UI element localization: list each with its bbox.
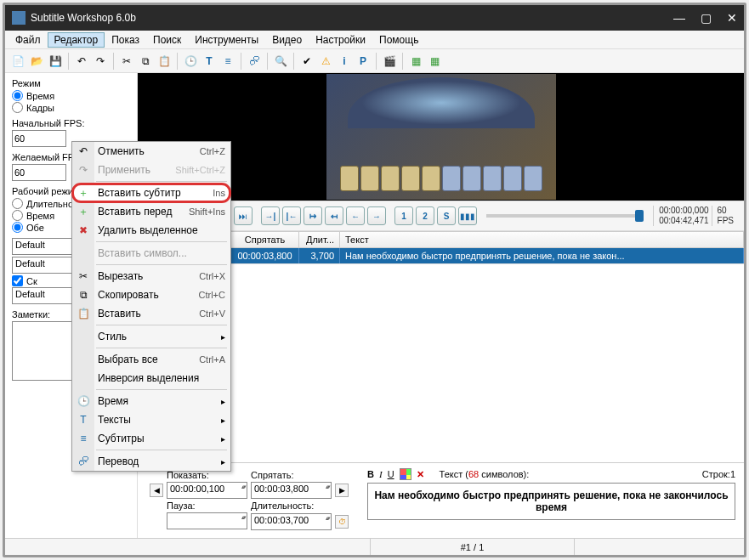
- bottom-editor: Показать: Спрятать: ◀ 00:00:00,100 00:00…: [138, 462, 744, 538]
- set-start-button[interactable]: →|: [261, 206, 280, 225]
- p-icon[interactable]: P: [355, 54, 371, 69]
- clock-button[interactable]: ⏱: [335, 515, 349, 529]
- mode-time-radio[interactable]: Время: [12, 90, 130, 101]
- separator: [177, 53, 178, 70]
- bold-button[interactable]: B: [367, 469, 374, 479]
- app-icon: [12, 11, 26, 25]
- duration-input[interactable]: 00:00:03,700: [251, 513, 332, 530]
- menu-editor[interactable]: Редактор: [48, 32, 105, 48]
- new-icon[interactable]: 📄: [10, 54, 26, 69]
- body-area: Режим Время Кадры Начальный FPS: Желаемы…: [5, 73, 744, 538]
- volume-button[interactable]: ▮▮▮: [458, 206, 477, 225]
- italic-button[interactable]: I: [379, 469, 383, 479]
- mode-label: Режим: [12, 78, 130, 88]
- paste-icon[interactable]: 📋: [156, 54, 172, 69]
- fps-display: 60 FPS: [712, 206, 739, 226]
- pause-label: Пауза:: [167, 501, 196, 511]
- menu-item[interactable]: ＋Вставить субтитрIns: [72, 184, 230, 202]
- translate-icon[interactable]: 🗪: [247, 54, 262, 69]
- separator: [267, 53, 268, 70]
- menu-tools[interactable]: Инструменты: [188, 32, 265, 48]
- clear-fmt-button[interactable]: ✕: [417, 469, 424, 480]
- cut-icon[interactable]: ✂: [119, 54, 134, 69]
- menubar: Файл Редактор Показ Поиск Инструменты Ви…: [5, 31, 744, 49]
- menu-item[interactable]: 📋ВставитьCtrl+V: [72, 304, 230, 323]
- show-time-input[interactable]: 00:00:00,100: [167, 482, 247, 499]
- menu-settings[interactable]: Настройки: [309, 32, 372, 48]
- subtitle-text-input[interactable]: Нам необходимо быстро предпринять решени…: [367, 483, 735, 520]
- jump-back-button[interactable]: ←: [346, 206, 365, 225]
- search-icon[interactable]: 🔍: [273, 54, 288, 69]
- menu-video[interactable]: Видео: [265, 32, 309, 48]
- menu-item[interactable]: ✖Удалить выделенное: [72, 221, 230, 240]
- menu-item[interactable]: 🗪Перевод▸: [72, 452, 230, 471]
- editor-menu-dropdown: ↶ОтменитьCtrl+Z↷ПрименитьShift+Ctrl+Z＋Вс…: [71, 141, 231, 472]
- menu-item[interactable]: Выбрать всеCtrl+A: [72, 350, 230, 369]
- menu-search[interactable]: Поиск: [146, 32, 188, 48]
- toggle1-icon[interactable]: ▦: [408, 54, 423, 69]
- warning-icon[interactable]: ⚠: [318, 54, 333, 69]
- menu-item[interactable]: ⧉СкопироватьCtrl+C: [72, 286, 230, 304]
- s-button[interactable]: S: [437, 206, 456, 225]
- sub-icon[interactable]: ≡: [220, 54, 235, 69]
- menu-file[interactable]: Файл: [9, 32, 48, 48]
- statusbar: #1 / 1: [5, 538, 744, 555]
- color-button[interactable]: [400, 468, 411, 480]
- save-icon[interactable]: 💾: [48, 54, 63, 69]
- minimize-button[interactable]: —: [673, 11, 685, 25]
- separator: [241, 53, 241, 70]
- menu-item[interactable]: 🕒Время▸: [72, 392, 230, 410]
- redo-icon[interactable]: ↷: [93, 54, 108, 69]
- spellcheck-icon[interactable]: ✔: [299, 54, 315, 69]
- copy-icon[interactable]: ⧉: [138, 54, 153, 69]
- time-icon[interactable]: 🕒: [183, 54, 198, 69]
- separator: [402, 53, 403, 70]
- menu-item[interactable]: Стиль▸: [72, 327, 230, 346]
- mode-frames-radio[interactable]: Кадры: [12, 102, 130, 113]
- open-icon[interactable]: 📂: [29, 54, 44, 69]
- menu-view[interactable]: Показ: [105, 32, 146, 48]
- menu-item[interactable]: ✂ВырезатьCtrl+X: [72, 267, 230, 286]
- separator: [376, 53, 377, 70]
- menu-item: ↷ПрименитьShift+Ctrl+Z: [72, 161, 230, 179]
- toggle2-icon[interactable]: ▦: [427, 54, 442, 69]
- prev-sub-button[interactable]: ◀: [150, 484, 163, 497]
- info-icon[interactable]: i: [337, 54, 352, 69]
- close-button[interactable]: ✕: [727, 11, 737, 25]
- set-end-button[interactable]: |←: [282, 206, 301, 225]
- col-hide[interactable]: Спрятать: [231, 232, 299, 247]
- undo-icon[interactable]: ↶: [74, 54, 89, 69]
- target-fps-input[interactable]: [12, 164, 66, 181]
- menu-item[interactable]: TТексты▸: [72, 410, 230, 429]
- col-text[interactable]: Текст: [340, 232, 744, 247]
- jump-fwd-button[interactable]: →: [367, 206, 386, 225]
- pause-input[interactable]: [167, 512, 247, 529]
- mark-out-button[interactable]: ↤: [325, 206, 343, 225]
- menu-item[interactable]: ＋Вставить передShift+Ins: [72, 202, 230, 221]
- titlebar: Subtitle Workshop 6.0b — ▢ ✕: [5, 5, 744, 31]
- one-button[interactable]: 1: [394, 206, 413, 225]
- menu-item[interactable]: ↶ОтменитьCtrl+Z: [72, 142, 230, 161]
- menu-item[interactable]: ≡Субтитры▸: [72, 429, 230, 448]
- separator: [113, 53, 114, 70]
- movie-icon[interactable]: 🎬: [382, 54, 397, 69]
- status-counter: #1 / 1: [370, 539, 574, 555]
- toolbar: 📄 📂 💾 ↶ ↷ ✂ ⧉ 📋 🕒 T ≡ 🗪 🔍 ✔ ⚠ i P 🎬 ▦ ▦: [5, 49, 744, 73]
- start-fps-input[interactable]: [12, 130, 66, 147]
- mark-in-button[interactable]: ↦: [304, 206, 322, 225]
- separator: [68, 53, 69, 70]
- forward-button[interactable]: ⏭: [234, 206, 253, 225]
- two-button[interactable]: 2: [416, 206, 434, 225]
- text-icon[interactable]: T: [201, 54, 217, 69]
- hide-label: Спрятать:: [251, 470, 293, 480]
- seek-slider[interactable]: [486, 214, 644, 218]
- hide-time-input[interactable]: 00:00:03,800: [251, 482, 332, 499]
- menu-help[interactable]: Помощь: [372, 32, 425, 48]
- separator: [293, 53, 294, 70]
- lines-label: Строк:1: [702, 469, 735, 479]
- maximize-button[interactable]: ▢: [701, 11, 712, 25]
- col-dur[interactable]: Длит...: [299, 232, 340, 247]
- underline-button[interactable]: U: [388, 469, 394, 479]
- next-sub-button[interactable]: ▶: [335, 484, 349, 497]
- menu-item[interactable]: Инверсия выделения: [72, 369, 230, 387]
